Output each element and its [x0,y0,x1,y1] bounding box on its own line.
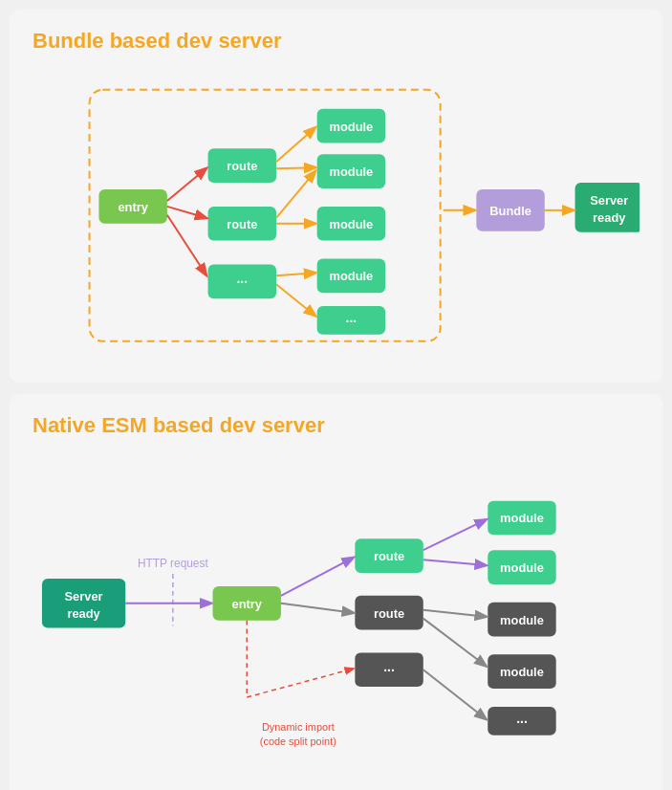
svg-text:route: route [227,217,257,231]
svg-text:module: module [500,511,544,525]
svg-line-28 [276,167,315,168]
svg-text:···: ··· [236,274,248,290]
svg-text:Server: Server [65,588,103,603]
svg-text:module: module [500,560,544,575]
svg-line-67 [423,609,486,616]
svg-text:HTTP request: HTTP request [138,557,208,570]
esm-diagram-svg: Server ready HTTP request entry route ro… [33,455,639,778]
svg-text:module: module [500,665,544,679]
esm-panel-title: Native ESM based dev server [33,413,639,438]
svg-line-27 [276,128,315,163]
svg-text:entry: entry [231,596,262,610]
svg-text:···: ··· [346,314,358,329]
svg-text:Bundle: Bundle [489,204,531,218]
svg-line-68 [423,618,486,666]
svg-text:···: ··· [516,713,528,729]
svg-text:···: ··· [383,663,395,678]
svg-line-25 [167,207,206,218]
svg-text:module: module [329,165,373,179]
svg-text:entry: entry [118,200,148,214]
svg-text:Dynamic import: Dynamic import [262,720,335,732]
svg-text:route: route [374,605,404,620]
svg-text:ready: ready [593,210,626,225]
svg-line-63 [281,558,353,596]
svg-line-69 [423,669,486,719]
svg-line-29 [276,171,315,218]
svg-text:route: route [374,549,404,563]
svg-line-24 [167,168,206,201]
svg-line-64 [281,603,353,612]
svg-line-31 [276,273,315,275]
page-wrapper: Bundle based dev server entry route rout… [0,0,672,790]
svg-text:Server: Server [590,193,628,208]
svg-text:ready: ready [67,605,100,620]
svg-text:(code split point): (code split point) [260,735,336,746]
svg-text:module: module [500,612,544,626]
svg-text:module: module [329,120,373,134]
bundle-panel: Bundle based dev server entry route rout… [10,10,662,383]
svg-line-66 [423,560,486,565]
svg-text:module: module [329,269,373,283]
svg-text:module: module [329,217,373,231]
svg-line-32 [276,284,315,316]
svg-text:route: route [227,159,257,173]
svg-line-62 [247,669,353,697]
bundle-panel-title: Bundle based dev server [33,29,639,54]
svg-line-65 [423,519,486,550]
svg-line-26 [167,215,206,275]
esm-panel: Native ESM based dev server Server ready… [10,394,662,790]
bundle-diagram-svg: entry route route ··· module module modu… [33,71,639,356]
